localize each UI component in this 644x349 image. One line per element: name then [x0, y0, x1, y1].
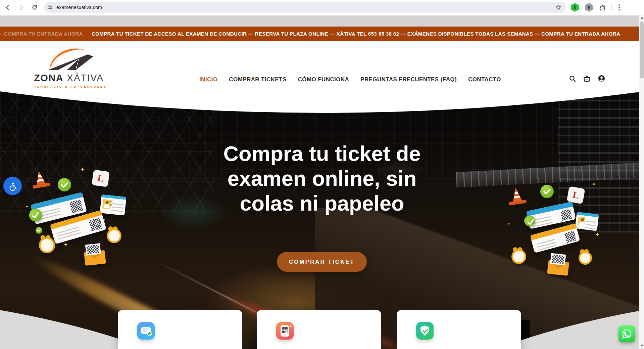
scrollbar[interactable]	[639, 15, 644, 349]
feature-title: Compra online en segundos	[137, 347, 231, 349]
feature-title: Ticket digital con código QR	[276, 347, 370, 349]
whatsapp-icon	[621, 328, 633, 340]
feature-card-compra-online: Compra online en segundos	[118, 310, 242, 349]
envelope-qr-icon	[84, 250, 106, 266]
browser-toolbar: examenesxativa.com k	[0, 0, 644, 15]
alarm-clock-icon	[511, 249, 526, 264]
toolbar-divider	[611, 4, 612, 11]
logo-wordmark: ZONA XÀTIVA	[34, 73, 104, 84]
ticker-faded-text: — COMPRA TU ENTRADA AHORA	[0, 31, 83, 37]
nav-como-funciona[interactable]: CÓMO FUNCIONA	[298, 76, 349, 83]
hero-title: Compra tu ticket de examen online, sin c…	[0, 141, 644, 216]
site-header: ZONA XÀTIVA AGRUPACIÓ D'AUTOESCOLES INIC…	[0, 41, 644, 91]
alarm-clock-icon	[579, 251, 592, 265]
hero-section: L	[0, 91, 644, 349]
scrollbar-down-arrow[interactable]	[640, 345, 644, 347]
envelope-qr-icon	[547, 260, 569, 276]
scrollbar-up-arrow[interactable]	[640, 17, 644, 19]
exam-ticket-illustration	[530, 223, 580, 253]
comprar-ticket-button[interactable]: COMPRAR TICKET	[277, 252, 367, 272]
browser-window: examenesxativa.com k — COMPRA TU ENTRADA…	[0, 0, 644, 349]
alarm-clock-icon	[39, 237, 55, 253]
promo-ticker: — COMPRA TU ENTRADA AHORACOMPRA TU TICKE…	[0, 27, 644, 41]
sparkle-icon	[507, 222, 510, 225]
page-top-strip	[0, 15, 644, 27]
search-icon[interactable]	[569, 75, 576, 82]
extension-privacy-icon[interactable]	[585, 3, 593, 12]
feature-card-validacion: Validación rápida y segura	[397, 310, 521, 349]
cart-basket-icon[interactable]	[583, 75, 591, 82]
whatsapp-button[interactable]	[618, 325, 635, 342]
header-curve	[0, 91, 644, 113]
ticket-message-check-icon	[137, 322, 155, 340]
nav-inicio[interactable]: INICIO	[199, 76, 217, 83]
url-text[interactable]: examenesxativa.com	[56, 5, 555, 10]
site-settings-icon[interactable]	[48, 5, 53, 10]
nav-comprar-tickets[interactable]: COMPRAR TICKETS	[229, 76, 286, 83]
logo-road-swoosh-icon	[44, 45, 94, 71]
webpage: — COMPRA TU ENTRADA AHORACOMPRA TU TICKE…	[0, 15, 644, 349]
extension-k-icon[interactable]: k	[571, 3, 579, 12]
wheelchair-icon	[8, 181, 17, 191]
nav-contacto[interactable]: CONTACTO	[468, 76, 501, 83]
check-circle-icon	[36, 227, 42, 234]
logo-tagline: AGRUPACIÓ D'AUTOESCOLES	[34, 85, 104, 88]
reload-button[interactable]	[29, 2, 40, 13]
site-logo[interactable]: ZONA XÀTIVA AGRUPACIÓ D'AUTOESCOLES	[34, 45, 104, 88]
alarm-clock-icon	[107, 228, 121, 243]
back-button[interactable]	[2, 2, 13, 13]
ticker-text: COMPRA TU TICKET DE ACCESO AL EXAMEN DE …	[92, 31, 620, 37]
forward-button[interactable]	[15, 2, 27, 13]
sparkle-icon	[64, 243, 68, 247]
shield-check-icon	[416, 322, 434, 340]
menu-kebab-icon[interactable]	[618, 4, 620, 10]
bookmark-star-icon[interactable]	[555, 4, 562, 11]
sparkle-icon	[595, 232, 599, 236]
accessibility-button[interactable]	[3, 177, 22, 195]
feature-card-ticket-qr: + Ticket digital con código QR	[257, 310, 381, 349]
main-navigation: INICIO COMPRAR TICKETS CÓMO FUNCIONA PRE…	[199, 76, 501, 83]
account-icon[interactable]	[598, 75, 605, 82]
nav-faq[interactable]: PREGUNTAS FRECUENTES (FAQ)	[360, 76, 457, 83]
address-bar[interactable]: examenesxativa.com	[44, 2, 566, 13]
scrollbar-thumb[interactable]	[640, 21, 644, 79]
feature-title: Validación rápida y segura	[416, 347, 510, 349]
extensions-puzzle-icon[interactable]	[599, 4, 606, 11]
phone-qr-icon: +	[276, 322, 294, 340]
